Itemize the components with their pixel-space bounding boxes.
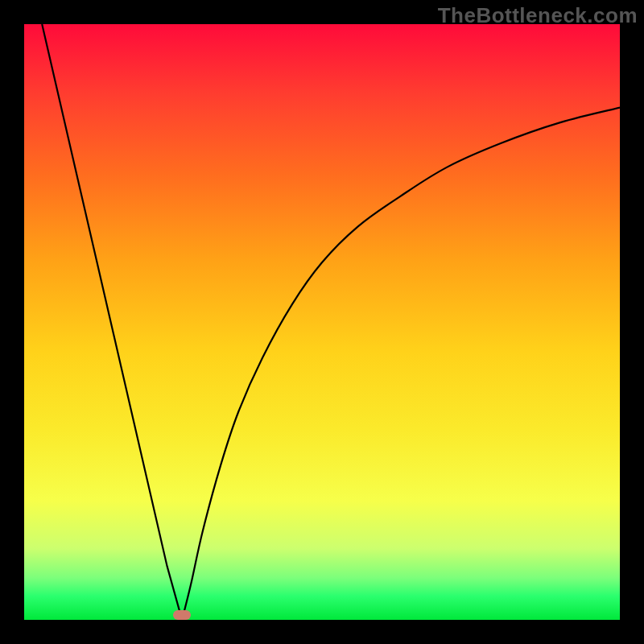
plot-area bbox=[24, 24, 620, 620]
curve-path bbox=[42, 24, 620, 620]
watermark-text: TheBottleneck.com bbox=[438, 3, 638, 28]
optimal-marker bbox=[173, 610, 191, 620]
chart-frame: TheBottleneck.com bbox=[0, 0, 644, 644]
bottleneck-curve bbox=[24, 24, 620, 620]
